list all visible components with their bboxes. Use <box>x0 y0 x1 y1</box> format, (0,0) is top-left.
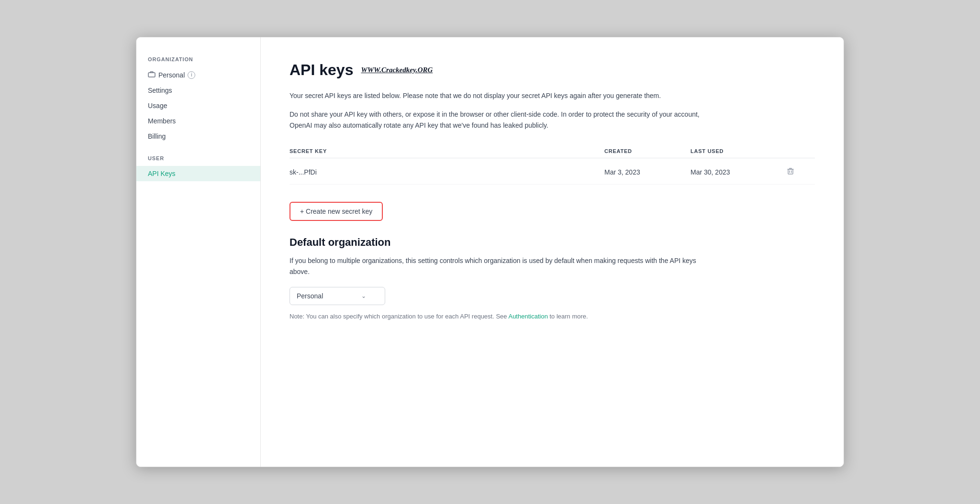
authentication-link[interactable]: Authentication <box>508 313 547 320</box>
note-text-after: to learn more. <box>548 313 588 320</box>
settings-label: Settings <box>148 87 172 94</box>
sidebar-item-personal[interactable]: Personal i <box>136 67 260 83</box>
col-header-actions <box>786 148 815 154</box>
table-row: sk-...PfDi Mar 3, 2023 Mar 30, 2023 <box>290 160 815 185</box>
page-title: API keys <box>290 61 353 79</box>
org-section-label: ORGANIZATION <box>136 56 260 67</box>
svg-rect-0 <box>148 73 155 77</box>
last-used-value: Mar 30, 2023 <box>690 168 786 176</box>
chevron-down-icon: ⌄ <box>361 293 366 299</box>
delete-icon[interactable] <box>786 169 795 177</box>
description-block-1: Your secret API keys are listed below. P… <box>290 90 815 101</box>
sidebar-item-usage[interactable]: Usage <box>136 98 260 113</box>
main-content: API keys WWW.Crackedkey.ORG Your secret … <box>261 37 844 467</box>
api-keys-table: SECRET KEY CREATED LAST USED sk-...PfDi … <box>290 144 815 185</box>
description-block-2: Do not share your API key with others, o… <box>290 109 815 131</box>
members-label: Members <box>148 117 176 125</box>
info-icon[interactable]: i <box>188 71 195 79</box>
user-section-label: USER <box>136 155 260 166</box>
note-text-before: Note: You can also specify which organiz… <box>290 313 508 320</box>
sidebar-item-api-keys[interactable]: API Keys <box>136 166 260 181</box>
default-org-heading: Default organization <box>290 236 815 249</box>
sidebar-item-members[interactable]: Members <box>136 113 260 129</box>
sidebar-item-settings[interactable]: Settings <box>136 83 260 98</box>
table-header: SECRET KEY CREATED LAST USED <box>290 144 815 158</box>
sidebar-item-billing[interactable]: Billing <box>136 129 260 144</box>
description-text-1: Your secret API keys are listed below. P… <box>290 90 706 101</box>
api-keys-label: API Keys <box>148 170 176 177</box>
created-value: Mar 3, 2023 <box>604 168 690 176</box>
sidebar-gap <box>136 144 260 155</box>
org-select[interactable]: Personal ⌄ <box>290 287 385 305</box>
delete-cell <box>786 167 815 177</box>
personal-label: Personal <box>158 71 185 79</box>
default-org-desc: If you belong to multiple organizations,… <box>290 255 706 277</box>
key-value: sk-...PfDi <box>290 168 604 176</box>
org-select-value: Personal <box>297 292 323 300</box>
description-text-2: Do not share your API key with others, o… <box>290 109 706 131</box>
briefcase-icon <box>148 71 156 79</box>
sidebar: ORGANIZATION Personal i Settings Usage M… <box>136 37 261 467</box>
page-header: API keys WWW.Crackedkey.ORG <box>290 61 815 79</box>
watermark-link[interactable]: WWW.Crackedkey.ORG <box>361 66 433 74</box>
col-header-key: SECRET KEY <box>290 148 604 154</box>
col-header-last-used: LAST USED <box>690 148 786 154</box>
usage-label: Usage <box>148 102 167 110</box>
note-text: Note: You can also specify which organiz… <box>290 313 706 320</box>
billing-label: Billing <box>148 132 166 140</box>
svg-rect-1 <box>788 169 793 174</box>
app-window: ORGANIZATION Personal i Settings Usage M… <box>136 37 844 467</box>
create-secret-key-button[interactable]: + Create new secret key <box>290 202 383 221</box>
create-button-label: + Create new secret key <box>300 208 372 215</box>
col-header-created: CREATED <box>604 148 690 154</box>
